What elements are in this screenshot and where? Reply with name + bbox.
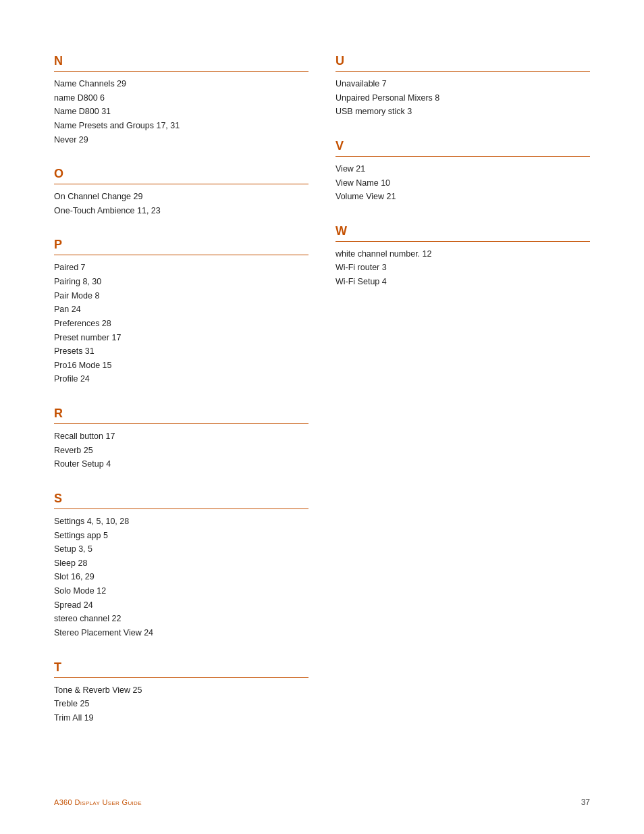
section-letter-w: W xyxy=(336,224,590,238)
section-divider xyxy=(54,677,308,678)
section-letter-v: V xyxy=(336,139,590,153)
section-letter-p: P xyxy=(54,238,308,252)
section-letter-t: T xyxy=(54,660,308,675)
index-entry: Name D800 31 xyxy=(54,105,308,119)
index-entry: Trim All 19 xyxy=(54,711,308,725)
index-entry: Reverb 25 xyxy=(54,444,308,458)
left-column: NName Channels 29name D800 6Name D800 31… xyxy=(54,54,308,745)
index-entry: Profile 24 xyxy=(54,372,308,386)
index-entry: Pairing 8, 30 xyxy=(54,275,308,289)
index-entry: Wi-Fi Setup 4 xyxy=(336,275,590,289)
index-entry: Wi-Fi router 3 xyxy=(336,261,590,275)
index-entry: Unpaired Personal Mixers 8 xyxy=(336,91,590,105)
index-entry: Settings 4, 5, 10, 28 xyxy=(54,515,308,529)
index-entry: USB memory stick 3 xyxy=(336,105,590,119)
index-entry: Pair Mode 8 xyxy=(54,289,308,303)
index-entry: One-Touch Ambience 11, 23 xyxy=(54,204,308,218)
section-divider xyxy=(54,509,308,509)
footer-title: A360 Display User Guide xyxy=(54,798,142,806)
index-section-p: PPaired 7Pairing 8, 30Pair Mode 8Pan 24P… xyxy=(54,238,308,386)
section-divider xyxy=(54,184,308,184)
section-letter-u: U xyxy=(336,54,590,68)
index-section-u: UUnavailable 7Unpaired Personal Mixers 8… xyxy=(336,54,590,119)
index-entry: Tone & Reverb View 25 xyxy=(54,683,308,698)
index-entry: name D800 6 xyxy=(54,91,308,105)
page-content: NName Channels 29name D800 6Name D800 31… xyxy=(0,0,644,785)
index-section-r: RRecall button 17Reverb 25Router Setup 4 xyxy=(54,407,308,471)
footer: A360 Display User Guide 37 xyxy=(54,798,590,807)
index-entry: View Name 10 xyxy=(336,176,590,190)
section-divider xyxy=(336,241,590,242)
index-entry: Router Setup 4 xyxy=(54,457,308,471)
index-entry: Name Channels 29 xyxy=(54,77,308,91)
section-divider xyxy=(336,156,590,157)
index-entry: Slot 16, 29 xyxy=(54,570,308,584)
index-entry: Preferences 28 xyxy=(54,317,308,331)
index-section-o: OOn Channel Change 29One-Touch Ambience … xyxy=(54,167,308,217)
section-divider xyxy=(336,71,590,72)
section-divider xyxy=(54,255,308,255)
index-entry: Presets 31 xyxy=(54,344,308,359)
index-entry: Unavailable 7 xyxy=(336,77,590,91)
index-entry: On Channel Change 29 xyxy=(54,190,308,204)
index-section-s: SSettings 4, 5, 10, 28Settings app 5Setu… xyxy=(54,492,308,640)
index-section-n: NName Channels 29name D800 6Name D800 31… xyxy=(54,54,308,147)
index-entry: Paired 7 xyxy=(54,261,308,275)
index-entry: Name Presets and Groups 17, 31 xyxy=(54,119,308,133)
index-entry: Volume View 21 xyxy=(336,190,590,204)
index-entry: Stereo Placement View 24 xyxy=(54,626,308,640)
index-entry: Solo Mode 12 xyxy=(54,584,308,598)
index-entry: View 21 xyxy=(336,162,590,176)
index-entry: Pan 24 xyxy=(54,303,308,317)
section-divider xyxy=(54,71,308,72)
section-letter-o: O xyxy=(54,167,308,181)
section-divider xyxy=(54,423,308,424)
index-entry: Treble 25 xyxy=(54,697,308,711)
index-entry: Spread 24 xyxy=(54,598,308,613)
index-entry: stereo channel 22 xyxy=(54,612,308,626)
index-entry: Pro16 Mode 15 xyxy=(54,359,308,373)
section-letter-s: S xyxy=(54,492,308,506)
index-entry: Settings app 5 xyxy=(54,529,308,543)
index-entry: white channel number. 12 xyxy=(336,247,590,261)
index-entry: Sleep 28 xyxy=(54,556,308,571)
index-entry: Setup 3, 5 xyxy=(54,542,308,556)
index-entry: Preset number 17 xyxy=(54,331,308,345)
index-section-w: Wwhite channel number. 12Wi-Fi router 3W… xyxy=(336,224,590,289)
index-entry: Recall button 17 xyxy=(54,429,308,444)
section-letter-r: R xyxy=(54,407,308,421)
index-entry: Never 29 xyxy=(54,133,308,147)
section-letter-n: N xyxy=(54,54,308,68)
index-section-t: TTone & Reverb View 25Treble 25Trim All … xyxy=(54,660,308,725)
right-column: UUnavailable 7Unpaired Personal Mixers 8… xyxy=(336,54,590,745)
index-section-v: VView 21View Name 10Volume View 21 xyxy=(336,139,590,204)
footer-page: 37 xyxy=(581,798,590,807)
